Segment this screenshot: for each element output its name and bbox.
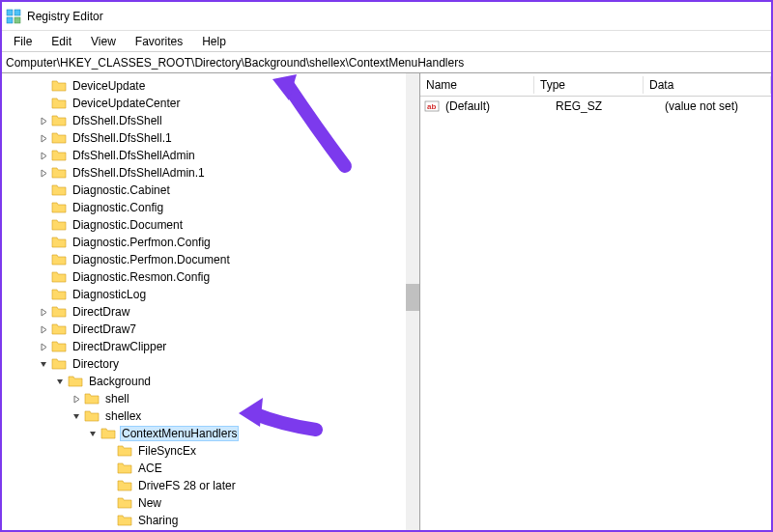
- folder-icon: [51, 183, 67, 197]
- menu-edit[interactable]: Edit: [42, 33, 81, 50]
- tree-node[interactable]: DirectDraw: [2, 303, 419, 321]
- scrollbar[interactable]: [406, 73, 419, 530]
- folder-icon: [117, 444, 132, 458]
- tree-node-label: DirectDrawClipper: [71, 340, 168, 353]
- tree-node-label: New: [136, 496, 163, 510]
- menu-file[interactable]: File: [4, 33, 42, 50]
- tree-node[interactable]: WorkFolders: [2, 529, 419, 530]
- tree-node[interactable]: ACE: [2, 460, 419, 477]
- tree-node-label: Sharing: [136, 514, 180, 527]
- folder-icon: [117, 462, 132, 475]
- tree-node-label: DfsShell.DfsShell.1: [71, 131, 174, 145]
- tree-node[interactable]: Background: [2, 373, 419, 390]
- tree-node[interactable]: Diagnostic.Cabinet: [2, 182, 419, 199]
- tree-node[interactable]: DfsShell.DfsShell: [2, 112, 419, 129]
- tree-node[interactable]: Diagnostic.Resmon.Config: [2, 268, 419, 286]
- tree-node[interactable]: Directory: [2, 355, 419, 373]
- folder-icon: [117, 479, 132, 492]
- tree-panel[interactable]: DeviceUpdateDeviceUpdateCenterDfsShell.D…: [2, 73, 420, 530]
- chevron-down-icon[interactable]: [86, 427, 100, 440]
- folder-icon: [117, 496, 132, 510]
- folder-icon: [51, 322, 67, 336]
- tree-node-label: DriveFS 28 or later: [136, 479, 238, 492]
- tree-node[interactable]: DirectDraw7: [2, 321, 419, 338]
- menu-favorites[interactable]: Favorites: [126, 33, 192, 50]
- tree-node[interactable]: ContextMenuHandlers: [2, 425, 419, 442]
- cell-data: (value not set): [661, 99, 771, 113]
- tree-node[interactable]: DiagnosticLog: [2, 286, 419, 303]
- svg-rect-2: [7, 17, 13, 23]
- tree-node[interactable]: FileSyncEx: [2, 442, 419, 460]
- folder-icon: [51, 149, 67, 162]
- list-header: Name Type Data: [420, 73, 771, 97]
- regedit-icon: [6, 9, 21, 24]
- folder-icon: [51, 201, 67, 214]
- list-panel[interactable]: Name Type Data ab(Default)REG_SZ(value n…: [420, 73, 771, 530]
- chevron-right-icon[interactable]: [37, 149, 50, 162]
- svg-rect-3: [14, 17, 20, 23]
- chevron-right-icon[interactable]: [70, 392, 83, 406]
- tree-node[interactable]: DeviceUpdate: [2, 77, 419, 95]
- tree-node-label: DiagnosticLog: [71, 288, 148, 301]
- tree-node[interactable]: DfsShell.DfsShellAdmin: [2, 147, 419, 164]
- tree-node-label: shell: [103, 392, 131, 406]
- title-bar: Registry Editor: [2, 2, 771, 31]
- col-data[interactable]: Data: [644, 76, 771, 94]
- tree-node[interactable]: DirectDrawClipper: [2, 338, 419, 355]
- cell-type: REG_SZ: [552, 99, 661, 113]
- chevron-right-icon[interactable]: [37, 131, 50, 145]
- tree-node-label: Background: [87, 375, 153, 388]
- address-bar[interactable]: Computer\HKEY_CLASSES_ROOT\Directory\Bac…: [2, 52, 771, 73]
- tree-node[interactable]: DfsShell.DfsShell.1: [2, 129, 419, 147]
- tree-node[interactable]: Sharing: [2, 512, 419, 529]
- col-type[interactable]: Type: [534, 76, 644, 94]
- tree-node[interactable]: Diagnostic.Document: [2, 216, 419, 234]
- tree-node-label: DfsShell.DfsShellAdmin: [71, 149, 197, 162]
- svg-rect-1: [14, 10, 20, 15]
- chevron-right-icon[interactable]: [37, 340, 50, 353]
- string-value-icon: ab: [424, 98, 440, 114]
- tree-node[interactable]: DeviceUpdateCenter: [2, 95, 419, 112]
- tree-node-label: DfsShell.DfsShell: [71, 114, 164, 127]
- chevron-down-icon[interactable]: [53, 375, 67, 388]
- tree-node-label: shellex: [103, 409, 143, 423]
- tree-node[interactable]: shellex: [2, 407, 419, 425]
- chevron-down-icon[interactable]: [70, 409, 83, 423]
- svg-rect-0: [7, 10, 13, 15]
- tree-node-label: DeviceUpdateCenter: [71, 97, 182, 110]
- tree-node[interactable]: Diagnostic.Perfmon.Config: [2, 234, 419, 251]
- menu-view[interactable]: View: [81, 33, 126, 50]
- scrollbar-thumb[interactable]: [406, 284, 419, 311]
- folder-icon: [51, 340, 67, 353]
- folder-icon: [51, 114, 67, 127]
- folder-icon: [51, 305, 67, 319]
- svg-text:ab: ab: [427, 102, 436, 111]
- tree-node[interactable]: New: [2, 494, 419, 512]
- col-name[interactable]: Name: [420, 76, 534, 94]
- chevron-down-icon[interactable]: [37, 357, 50, 371]
- tree-node[interactable]: Diagnostic.Perfmon.Document: [2, 251, 419, 268]
- folder-icon: [51, 253, 67, 266]
- chevron-right-icon[interactable]: [37, 114, 50, 127]
- folder-icon: [51, 357, 67, 371]
- folder-icon: [51, 97, 67, 110]
- folder-icon: [84, 409, 100, 423]
- chevron-right-icon[interactable]: [37, 305, 50, 319]
- cell-name: (Default): [442, 99, 552, 113]
- tree-node[interactable]: Diagnostic.Config: [2, 199, 419, 216]
- tree-node-label: DfsShell.DfsShellAdmin.1: [71, 166, 207, 180]
- chevron-right-icon[interactable]: [37, 166, 50, 180]
- tree-node[interactable]: DriveFS 28 or later: [2, 477, 419, 494]
- tree-node-label: Diagnostic.Resmon.Config: [71, 270, 212, 284]
- menu-help[interactable]: Help: [192, 33, 236, 50]
- tree-node-label: ACE: [136, 462, 164, 475]
- address-text: Computer\HKEY_CLASSES_ROOT\Directory\Bac…: [6, 56, 464, 70]
- tree-node[interactable]: shell: [2, 390, 419, 407]
- folder-icon: [84, 392, 100, 406]
- folder-icon: [117, 514, 132, 527]
- list-row[interactable]: ab(Default)REG_SZ(value not set): [420, 97, 771, 116]
- tree-node[interactable]: DfsShell.DfsShellAdmin.1: [2, 164, 419, 182]
- window-title: Registry Editor: [27, 10, 103, 23]
- chevron-right-icon[interactable]: [37, 322, 50, 336]
- folder-icon: [51, 166, 67, 180]
